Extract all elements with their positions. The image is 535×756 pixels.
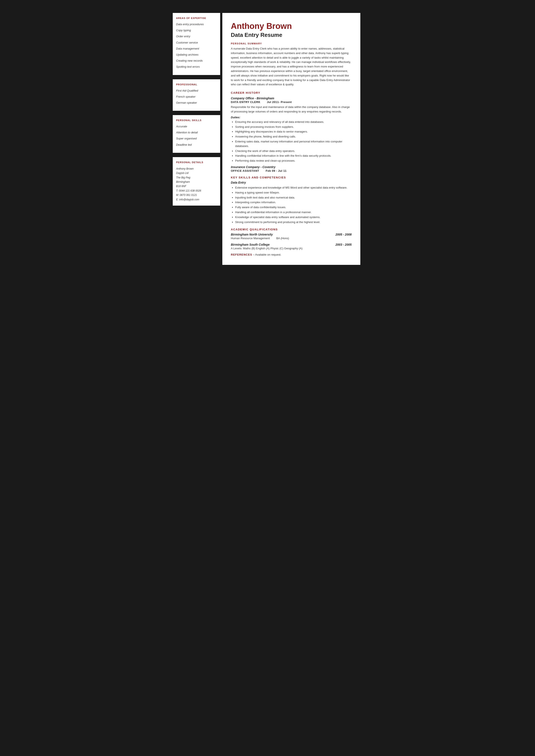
expertise-title: AREAS OF EXPERTISE [176,17,217,19]
list-item: Knowledge of specialist data entry softw… [235,215,352,220]
professional-list: First Aid Qualified French speaker Germa… [176,89,217,105]
academic-entry-2: Birmingham South College 2003 - 2005 A L… [231,243,352,250]
job-title-2: OFFICE ASSISTANT [231,169,259,173]
school-subject-1: Human Resource Management [231,237,270,240]
job-title-1: DATA ENTRY CLERK [231,100,261,104]
duties-label-1: Duties: [231,116,352,119]
personal-details-text: Anthony Brown Dayjob Ltd The Big Peg Bir… [176,167,217,202]
list-item: Customer service [176,41,217,44]
detail-line: M: 0870 061 0121 [176,193,217,197]
career-history-label: CAREER HISTORY [231,91,352,94]
detail-line: Anthony Brown [176,167,217,171]
school-qualification-1: BA (Hons) [276,237,289,240]
job-desc-1: Responsible for the input and maintenanc… [231,105,352,114]
candidate-name: Anthony Brown [231,21,352,31]
list-item: Data entry procedures [176,22,217,26]
list-item: Super organised [176,137,217,141]
personal-skills-title: PERSONAL SKILLS [176,119,217,122]
sidebar-section-personal-skills: PERSONAL SKILLS Accurate Attention to de… [173,115,220,153]
list-item: Attention to detail [176,131,217,134]
list-item: Handling confidential information in lin… [235,154,352,158]
list-item: Spotting text errors [176,65,217,69]
personal-skills-list: Accurate Attention to detail Super organ… [176,124,217,147]
key-skills-label: KEY SKILLS AND COMPETENCIES [231,176,352,179]
school-years-1: 2005 - 2008 [336,233,352,236]
resume-type: Data Entry Resume [231,32,352,39]
school-name-1: Birmingham North University [231,233,273,236]
job-title-line-1: DATA ENTRY CLERK Jul 2011- Present [231,100,352,104]
references-label: REFERENCES [231,253,252,256]
list-item: Checking the work of other data entry op… [235,149,352,153]
personal-summary-label: PERSONAL SUMMARY [231,42,352,45]
list-item: Sorting and processing invoices from sup… [235,125,352,129]
sidebar-section-expertise: AREAS OF EXPERTISE Data entry procedures… [173,13,220,75]
list-item: French speaker [176,95,217,99]
main-content: Anthony Brown Data Entry Resume PERSONAL… [222,13,360,265]
references-line: REFERENCES – Available on request. [231,253,352,256]
sidebar-section-professional: PROFESSIONAL First Aid Qualified French … [173,79,220,111]
detail-line: B18 6NF [176,184,217,188]
key-skills-list: Extensive experience and knowledge of MS… [231,186,352,224]
list-item: German speaker [176,101,217,105]
sidebar-section-personal-details: PERSONAL DETAILS Anthony Brown Dayjob Lt… [173,157,220,205]
data-entry-skills-title: Data Entry [231,181,352,184]
summary-text: A numerate Data Entry Clerk who has a pr… [231,46,352,87]
job-title-line-2: OFFICE ASSISTANT Feb 09 - Jul 11 [231,169,352,173]
expertise-list: Data entry procedures Copy typing Order … [176,22,217,69]
detail-line: E: info@dayjob.com [176,198,217,202]
school-subject-2: A Levels: Maths (B) English (A) Physic (… [231,247,302,250]
list-item: Strong commitment to performing and prod… [235,220,352,225]
list-item: Order entry [176,35,217,39]
detail-line: Dayjob Ltd [176,171,217,175]
list-item: Having a typing speed over 60wpm. [235,191,352,195]
job-company-2: Insurance Company - Coventry [231,165,352,169]
academic-label: ACADEMIC QUALIFICATIONS [231,228,352,231]
sidebar: AREAS OF EXPERTISE Data entry procedures… [171,9,222,269]
personal-details-title: PERSONAL DETAILS [176,161,217,164]
list-item: Highlighting any discrepancies in data t… [235,129,352,134]
list-item: Performing data review and clean-up proc… [235,159,352,163]
list-item: Fully aware of data confidentiality issu… [235,205,352,210]
list-item: Copy typing [176,28,217,32]
list-item: Creating new records [176,59,217,63]
professional-title: PROFESSIONAL [176,83,217,86]
references-text: – Available on request. [253,253,281,256]
academic-detail-row-2: A Levels: Maths (B) English (A) Physic (… [231,247,352,250]
list-item: Interpreting complex information. [235,200,352,205]
academic-entry-1: Birmingham North University 2005 - 2008 … [231,233,352,240]
list-item: Accurate [176,124,217,128]
detail-line: T: 0044 121 638 0026 [176,189,217,193]
list-item: Ensuring the accuracy and relevancy of a… [235,120,352,124]
list-item: Extensive experience and knowledge of MS… [235,186,352,190]
list-item: Data management [176,47,217,51]
list-item: Entering sales data, market survey infor… [235,139,352,148]
list-item: Inputting both text data and also numeri… [235,196,352,200]
list-item: Handling all confidential information in… [235,210,352,215]
job-company-1: Company Office - Birmingham [231,96,352,100]
job-period-2: Feb 09 - Jul 11 [266,169,287,173]
job-period-1: Jul 2011- Present [267,100,292,104]
list-item: Deadline led [176,143,217,147]
detail-line: Birmingham [176,180,217,184]
school-years-2: 2003 - 2005 [336,243,352,246]
page-container: AREAS OF EXPERTISE Data entry procedures… [171,9,365,269]
academic-detail-row-1: Human Resource Management BA (Hons) [231,237,352,240]
list-item: Answering the phone, fielding and divert… [235,134,352,139]
duties-list-1: Ensuring the accuracy and relevancy of a… [231,120,352,163]
academic-school-row-1: Birmingham North University 2005 - 2008 [231,233,352,236]
list-item: Updating archives [176,53,217,57]
academic-school-row-2: Birmingham South College 2003 - 2005 [231,243,352,246]
list-item: First Aid Qualified [176,89,217,93]
detail-line: The Big Peg [176,176,217,180]
school-name-2: Birmingham South College [231,243,270,246]
